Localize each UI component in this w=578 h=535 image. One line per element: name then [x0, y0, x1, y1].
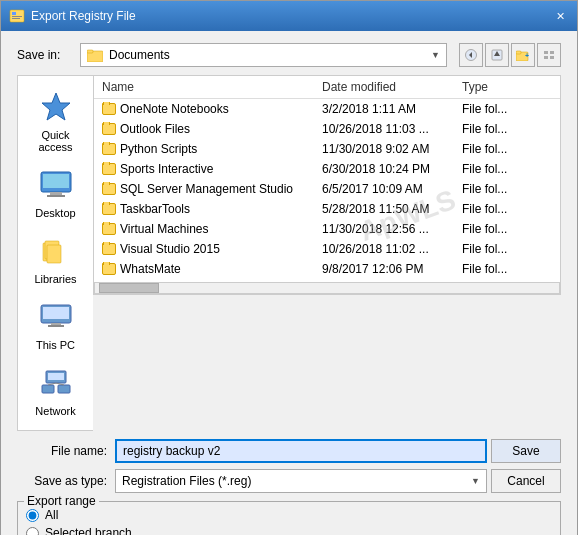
- export-registry-dialog: Export Registry File ✕ Save in: Document…: [0, 0, 578, 535]
- svg-rect-15: [544, 56, 548, 59]
- file-date-cell: 10/26/2018 11:02 ...: [318, 242, 458, 256]
- save-as-type-combo[interactable]: Registration Files (*.reg) ▼: [115, 469, 487, 493]
- file-type-cell: File fol...: [458, 202, 556, 216]
- svg-rect-27: [51, 323, 61, 325]
- new-folder-button[interactable]: +: [511, 43, 535, 67]
- svg-rect-28: [48, 325, 64, 327]
- table-row[interactable]: TaskbarTools 5/28/2018 11:50 AM File fol…: [94, 199, 560, 219]
- horizontal-scrollbar[interactable]: [94, 282, 560, 294]
- left-panel: Quick access Desktop: [17, 75, 93, 431]
- sidebar-item-network[interactable]: Network: [22, 360, 90, 422]
- file-date-cell: 9/8/2017 12:06 PM: [318, 262, 458, 276]
- save-in-combo[interactable]: Documents ▼: [80, 43, 447, 67]
- file-type-cell: File fol...: [458, 122, 556, 136]
- folder-icon: [102, 123, 116, 135]
- bottom-form: File name: Save Save as type: Registrati…: [17, 439, 561, 493]
- column-header-date[interactable]: Date modified: [318, 78, 458, 96]
- radio-all-input[interactable]: [26, 509, 39, 522]
- file-date-cell: 11/30/2018 12:56 ...: [318, 222, 458, 236]
- file-date-cell: 10/26/2018 11:03 ...: [318, 122, 458, 136]
- file-type-cell: File fol...: [458, 222, 556, 236]
- sidebar-item-quick-access[interactable]: Quick access: [22, 84, 90, 158]
- file-name-cell: Outlook Files: [98, 122, 318, 136]
- table-row[interactable]: Sports Interactive 6/30/2018 10:24 PM Fi…: [94, 159, 560, 179]
- table-row[interactable]: OneNote Notebooks 3/2/2018 1:11 AM File …: [94, 99, 560, 119]
- file-type-cell: File fol...: [458, 262, 556, 276]
- scroll-thumb[interactable]: [99, 283, 159, 293]
- combo-arrow-icon: ▼: [431, 50, 440, 60]
- save-in-row: Save in: Documents ▼: [17, 43, 561, 67]
- folder-icon: [102, 203, 116, 215]
- radio-selected-label[interactable]: Selected branch: [26, 526, 552, 535]
- network-label: Network: [35, 405, 75, 417]
- file-list-container: Name Date modified Type OneNote Notebook…: [93, 75, 561, 295]
- folder-icon: [102, 243, 116, 255]
- desktop-icon: [38, 167, 74, 203]
- save-as-type-row: Save as type: Registration Files (*.reg)…: [17, 469, 561, 493]
- save-as-type-value: Registration Files (*.reg): [122, 474, 251, 488]
- table-row[interactable]: Python Scripts 11/30/2018 9:02 AM File f…: [94, 139, 560, 159]
- sidebar-item-libraries[interactable]: Libraries: [22, 228, 90, 290]
- export-range-title: Export range: [24, 494, 99, 508]
- svg-rect-16: [550, 56, 554, 59]
- file-name-cell: Virtual Machines: [98, 222, 318, 236]
- save-as-type-label: Save as type:: [17, 474, 107, 488]
- file-name-cell: WhatsMate: [98, 262, 318, 276]
- table-row[interactable]: Virtual Machines 11/30/2018 12:56 ... Fi…: [94, 219, 560, 239]
- main-area: Quick access Desktop: [17, 75, 561, 431]
- table-row[interactable]: SQL Server Management Studio 6/5/2017 10…: [94, 179, 560, 199]
- folder-icon: [102, 263, 116, 275]
- view-icon: [543, 50, 555, 60]
- dialog-title: Export Registry File: [31, 9, 136, 23]
- radio-selected-input[interactable]: [26, 527, 39, 536]
- sidebar-item-this-pc[interactable]: This PC: [22, 294, 90, 356]
- dialog-body: Save in: Documents ▼: [1, 31, 577, 535]
- file-name-input[interactable]: [115, 439, 487, 463]
- title-bar-left: Export Registry File: [9, 8, 136, 24]
- folder-icon: [87, 48, 103, 62]
- back-button[interactable]: [459, 43, 483, 67]
- file-name-cell: OneNote Notebooks: [98, 102, 318, 116]
- dialog-icon: [9, 8, 25, 24]
- svg-rect-30: [48, 373, 64, 380]
- combo-down-icon: ▼: [471, 476, 480, 486]
- svg-rect-3: [12, 18, 20, 19]
- table-row[interactable]: Outlook Files 10/26/2018 11:03 ... File …: [94, 119, 560, 139]
- up-button[interactable]: [485, 43, 509, 67]
- radio-group: All Selected branch: [26, 508, 552, 535]
- save-button[interactable]: Save: [491, 439, 561, 463]
- file-name-label: File name:: [17, 444, 107, 458]
- close-button[interactable]: ✕: [551, 7, 569, 25]
- column-header-type[interactable]: Type: [458, 78, 556, 96]
- save-as-type-input-area: Registration Files (*.reg) ▼ Cancel: [115, 469, 561, 493]
- up-icon: [491, 49, 503, 61]
- sidebar-item-desktop[interactable]: Desktop: [22, 162, 90, 224]
- folder-icon: [102, 163, 116, 175]
- file-name-cell: SQL Server Management Studio: [98, 182, 318, 196]
- table-row[interactable]: Visual Studio 2015 10/26/2018 11:02 ... …: [94, 239, 560, 259]
- table-row[interactable]: WhatsMate 9/8/2017 12:06 PM File fol...: [94, 259, 560, 279]
- svg-rect-5: [87, 50, 93, 53]
- file-name-row: File name: Save: [17, 439, 561, 463]
- svg-rect-24: [47, 245, 61, 263]
- folder-icon: [102, 103, 116, 115]
- radio-all-label[interactable]: All: [26, 508, 552, 522]
- file-date-cell: 3/2/2018 1:11 AM: [318, 102, 458, 116]
- cancel-button[interactable]: Cancel: [491, 469, 561, 493]
- view-button[interactable]: [537, 43, 561, 67]
- svg-rect-13: [544, 51, 548, 54]
- svg-rect-19: [43, 174, 69, 188]
- file-type-cell: File fol...: [458, 182, 556, 196]
- file-date-cell: 6/5/2017 10:09 AM: [318, 182, 458, 196]
- column-header-name[interactable]: Name: [98, 78, 318, 96]
- quick-access-icon: [38, 89, 74, 125]
- save-in-value: Documents: [109, 48, 425, 62]
- file-type-cell: File fol...: [458, 102, 556, 116]
- back-icon: [465, 49, 477, 61]
- file-list-body[interactable]: OneNote Notebooks 3/2/2018 1:11 AM File …: [94, 99, 560, 282]
- svg-rect-26: [43, 307, 69, 319]
- file-date-cell: 6/30/2018 10:24 PM: [318, 162, 458, 176]
- svg-rect-14: [550, 51, 554, 54]
- file-date-cell: 5/28/2018 11:50 AM: [318, 202, 458, 216]
- svg-rect-11: [516, 51, 521, 54]
